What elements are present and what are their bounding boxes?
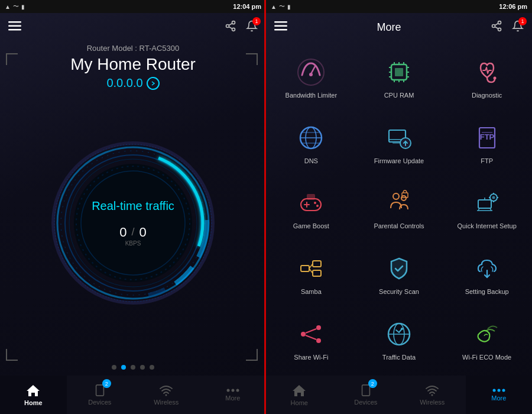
svg-rect-2 (8, 29, 21, 31)
download-speed: 0 (140, 225, 147, 240)
more-icons-grid: Bandwidth Limiter (266, 41, 532, 376)
dot-2[interactable] (121, 365, 126, 370)
dot-3[interactable] (131, 365, 135, 370)
home-icon-right (291, 383, 307, 397)
left-panel: ▲ 〜 ▮ 12:04 pm (0, 0, 266, 414)
real-time-label: Real-time traffic (92, 199, 174, 213)
wireless-icon-left (159, 384, 173, 397)
svg-rect-88 (313, 261, 321, 267)
grid-item-bandwidth-limiter[interactable]: Bandwidth Limiter (268, 46, 354, 109)
nav-home-left[interactable]: Home (0, 376, 67, 414)
menu-button-right[interactable] (274, 21, 287, 34)
svg-point-105 (432, 394, 433, 396)
grid-item-samba[interactable]: Samba (268, 242, 354, 306)
battery-icon-right: ▮ (287, 4, 291, 10)
svg-line-35 (495, 23, 498, 25)
status-bar-left: ▲ 〜 ▮ 12:04 pm (0, 0, 266, 13)
svg-line-7 (229, 23, 232, 25)
samba-icon (295, 253, 327, 284)
bandwidth-limiter-label: Bandwidth Limiter (286, 92, 337, 99)
top-bar-left: 1 (0, 13, 266, 41)
signal-icon-right: ▲ (271, 4, 277, 10)
devices-badge-left: 2 (102, 379, 111, 388)
action-buttons-left: 1 (225, 20, 258, 35)
router-info: Router Model : RT-AC5300 My Home Router … (0, 41, 266, 92)
right-panel: ▲ 〜 ▮ 12:06 pm More (266, 0, 532, 414)
parental-controls-label: Parental Controls (374, 222, 424, 229)
svg-point-108 (502, 389, 505, 392)
nav-wireless-right[interactable]: Wireless (399, 376, 466, 414)
security-scan-label: Security Scan (379, 288, 419, 295)
svg-point-82 (492, 196, 495, 199)
router-model: Router Model : RT-AC5300 (0, 44, 266, 53)
status-icons-left: ▲ 〜 ▮ (5, 2, 25, 11)
svg-rect-89 (313, 270, 321, 276)
cpu-ram-label: CPU RAM (384, 92, 414, 99)
svg-point-38 (309, 73, 313, 76)
nav-wireless-left[interactable]: Wireless (133, 376, 200, 414)
battery-icon: ▮ (21, 4, 25, 10)
traffic-data-icon (383, 318, 415, 350)
nav-devices-right[interactable]: 2 Devices (333, 376, 400, 414)
top-bar-right: More 1 (266, 13, 532, 41)
svg-rect-75 (402, 193, 408, 198)
ftp-icon: FTP (471, 122, 503, 154)
time-left: 12:04 pm (233, 3, 261, 10)
quick-internet-setup-label: Quick Internet Setup (458, 222, 517, 229)
grid-item-share-wifi[interactable]: Share Wi-Fi (268, 308, 354, 371)
svg-point-26 (231, 389, 234, 392)
menu-button-left[interactable] (8, 21, 21, 34)
gauge-container: Real-time traffic 0 / 0 KBPS (50, 140, 216, 306)
grid-item-wifi-eco-mode[interactable]: Wi-Fi ECO Mode (444, 308, 530, 371)
grid-item-game-boost[interactable]: Game Boost (268, 177, 354, 240)
nav-home-right[interactable]: Home (266, 376, 333, 414)
nav-wireless-label-right: Wireless (420, 399, 445, 406)
share-wifi-icon (295, 318, 327, 350)
svg-point-33 (498, 28, 501, 31)
cpu-ram-icon (383, 56, 415, 88)
svg-rect-0 (8, 21, 21, 23)
notification-badge-right: 1 (518, 17, 527, 25)
grid-item-parental-controls[interactable]: Parental Controls (356, 177, 442, 240)
nav-more-right[interactable]: More (466, 376, 533, 414)
nav-wireless-label-left: Wireless (154, 399, 179, 406)
dot-1[interactable] (112, 365, 116, 370)
svg-line-97 (306, 335, 316, 339)
nav-more-left[interactable]: More (200, 376, 267, 414)
more-icon-left (226, 388, 240, 393)
svg-rect-76 (478, 200, 491, 208)
grid-item-dns[interactable]: DNS (268, 112, 354, 175)
svg-point-3 (232, 21, 235, 24)
wifi-status-icon-right: 〜 (279, 2, 285, 11)
more-icon-right (492, 388, 506, 393)
dot-4[interactable] (140, 365, 145, 370)
grid-item-ftp[interactable]: FTP FTP (444, 112, 530, 175)
bottom-nav-right: Home 2 Devices Wireless More (266, 376, 532, 414)
grid-item-traffic-data[interactable]: Traffic Data (356, 308, 442, 371)
grid-item-quick-internet-setup[interactable]: Quick Internet Setup (444, 177, 530, 240)
grid-item-security-scan[interactable]: Security Scan (356, 242, 442, 306)
svg-point-106 (492, 389, 495, 392)
svg-point-25 (226, 389, 229, 392)
share-button-right[interactable] (491, 20, 502, 35)
notification-badge-left: 1 (252, 17, 261, 25)
notification-button-left[interactable]: 1 (246, 20, 258, 35)
svg-point-107 (497, 389, 500, 392)
grid-item-firmware-update[interactable]: Firmware Update (356, 112, 442, 175)
router-name: My Home Router (0, 55, 266, 74)
nav-devices-left[interactable]: 2 Devices (67, 376, 134, 414)
speed-unit: KBPS (92, 240, 174, 247)
notification-button-right[interactable]: 1 (512, 20, 524, 35)
dot-5[interactable] (150, 365, 154, 370)
wifi-eco-mode-label: Wi-Fi ECO Mode (462, 354, 511, 361)
grid-item-cpu-ram[interactable]: CPU RAM (356, 46, 442, 109)
svg-rect-40 (395, 68, 403, 76)
bottom-nav-left: Home 2 Devices Wireless More (0, 376, 266, 414)
grid-item-diagnostic[interactable]: Diagnostic (444, 46, 530, 109)
page-title-right: More (377, 21, 401, 34)
share-button-left[interactable] (225, 20, 236, 35)
setting-backup-icon (471, 253, 503, 284)
diagnostic-icon (471, 56, 503, 88)
grid-item-setting-backup[interactable]: Setting Backup (444, 242, 530, 306)
action-buttons-right: 1 (491, 20, 524, 35)
